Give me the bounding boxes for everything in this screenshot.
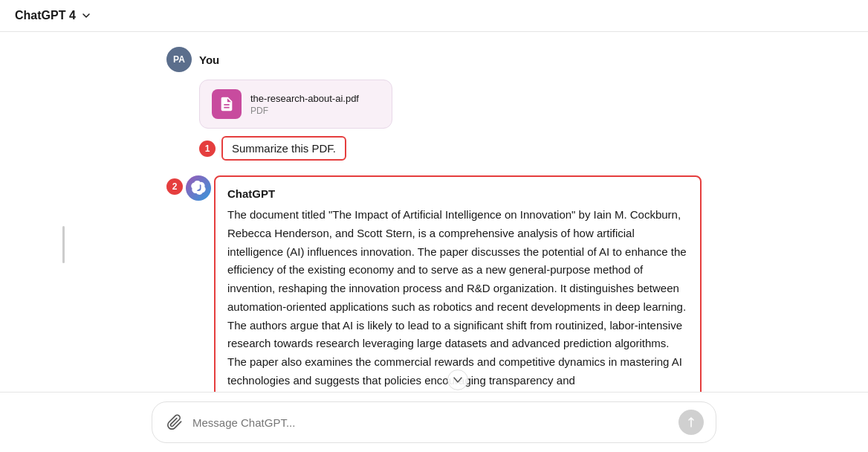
pdf-attachment[interactable]: the-research-about-ai.pdf PDF — [199, 80, 392, 129]
header-title: ChatGPT 4 — [15, 9, 92, 22]
avatar: PA — [166, 47, 192, 72]
attach-button[interactable] — [164, 412, 185, 433]
annotation-badge-2: 2 — [166, 178, 183, 195]
app-title: ChatGPT 4 — [15, 9, 76, 22]
annotation-number-2: 2 — [172, 181, 178, 192]
scroll-down-indicator[interactable] — [447, 369, 468, 390]
user-message-text: Summarize this PDF. — [232, 142, 336, 155]
pdf-info: the-research-about-ai.pdf PDF — [250, 93, 359, 116]
pdf-type: PDF — [250, 106, 359, 116]
pdf-filename: the-research-about-ai.pdf — [250, 93, 359, 104]
scrollbar — [62, 226, 65, 263]
input-area — [0, 392, 868, 452]
chatgpt-message: 2 ChatGPT The document titled "The Impac… — [166, 175, 702, 392]
chatgpt-content: ChatGPT The document titled "The Impact … — [214, 175, 702, 392]
chatgpt-icon — [186, 175, 211, 201]
user-message: PA You the-research-about-ai.pdf PDF — [166, 47, 702, 161]
chatgpt-text: The document titled "The Impact of Artif… — [227, 206, 688, 390]
user-text-wrapper: 1 Summarize this PDF. — [199, 136, 702, 161]
input-wrapper — [152, 401, 716, 443]
avatar-initials: PA — [173, 54, 185, 65]
user-text-box: Summarize this PDF. — [221, 136, 346, 161]
annotation-number-1: 1 — [205, 143, 210, 154]
chatgpt-outer: 2 ChatGPT The document titled "The Impac… — [166, 175, 702, 392]
user-name: You — [199, 54, 219, 66]
chevron-down-icon[interactable] — [80, 10, 92, 22]
send-button[interactable] — [678, 410, 704, 435]
chat-area: PA You the-research-about-ai.pdf PDF — [0, 32, 868, 392]
messages-container: PA You the-research-about-ai.pdf PDF — [152, 47, 716, 392]
annotation-badge-1: 1 — [199, 141, 216, 157]
pdf-icon — [212, 89, 242, 119]
chatgpt-name: ChatGPT — [227, 187, 688, 200]
message-input[interactable] — [192, 416, 671, 429]
user-header: PA You — [166, 47, 702, 72]
header: ChatGPT 4 — [0, 0, 868, 32]
